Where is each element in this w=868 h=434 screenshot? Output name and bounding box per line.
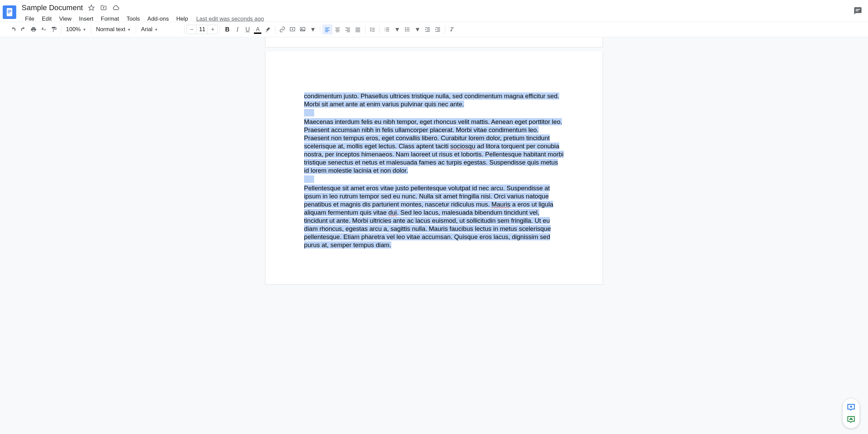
doc-icon [6, 7, 13, 17]
paragraph[interactable]: Pellentesque sit amet eros vitae justo p… [304, 184, 564, 249]
increase-indent-button[interactable] [433, 24, 443, 35]
insert-link-button[interactable] [277, 24, 287, 35]
spellcheck-button[interactable] [39, 24, 49, 35]
docs-logo[interactable] [3, 5, 16, 19]
menu-edit[interactable]: Edit [38, 14, 55, 24]
svg-rect-39 [436, 31, 440, 32]
menu-file[interactable]: File [22, 14, 38, 24]
document-canvas[interactable]: condimentum justo. Phasellus ultrices tr… [0, 37, 868, 434]
svg-rect-33 [427, 29, 430, 29]
svg-marker-4 [89, 5, 94, 10]
spelling-error[interactable]: dui [388, 209, 397, 216]
svg-rect-12 [325, 30, 330, 31]
svg-rect-35 [426, 31, 430, 32]
italic-button[interactable]: I [232, 24, 242, 35]
previous-page-edge [265, 37, 603, 47]
font-family-dropdown[interactable]: Arial ▼ [138, 24, 182, 35]
redo-button[interactable] [18, 24, 28, 35]
menu-tools[interactable]: Tools [123, 14, 144, 24]
document-page[interactable]: condimentum justo. Phasellus ultrices tr… [265, 51, 603, 285]
menu-addons[interactable]: Add-ons [144, 14, 172, 24]
move-to-folder-icon[interactable] [100, 4, 107, 12]
open-comments-icon[interactable] [853, 6, 863, 16]
menu-view[interactable]: View [56, 14, 75, 24]
svg-rect-23 [356, 29, 361, 30]
zoom-value: 100% [66, 26, 81, 33]
star-icon[interactable] [88, 4, 95, 12]
toolbar: 100% ▼ Normal text ▼ Arial ▼ − + B I U A [0, 22, 868, 37]
svg-rect-31 [407, 31, 410, 31]
page-content[interactable]: condimentum justo. Phasellus ultrices tr… [265, 51, 603, 284]
highlight-color-button[interactable] [263, 24, 273, 35]
clear-formatting-button[interactable] [447, 24, 457, 35]
bold-button[interactable]: B [222, 24, 232, 35]
bulleted-list-caret[interactable]: ▼ [412, 24, 422, 35]
menu-insert[interactable]: Insert [75, 14, 97, 24]
header-bar: Sample Document File Edit View Insert Fo… [0, 0, 868, 22]
font-size-increase[interactable]: + [208, 26, 217, 33]
svg-rect-14 [335, 28, 340, 28]
caret-down-icon: ▼ [127, 28, 131, 31]
font-size-decrease[interactable]: − [187, 26, 196, 33]
align-center-button[interactable] [332, 24, 343, 35]
align-left-button[interactable] [322, 24, 332, 35]
svg-rect-5 [856, 9, 860, 10]
svg-rect-36 [436, 27, 440, 28]
spelling-error[interactable]: Mauris [492, 201, 511, 208]
menu-bar: File Edit View Insert Format Tools Add-o… [22, 14, 863, 24]
title-area: Sample Document File Edit View Insert Fo… [22, 3, 863, 24]
align-right-button[interactable] [343, 24, 353, 35]
font-size-input[interactable] [196, 25, 208, 34]
underline-button[interactable]: U [242, 24, 253, 35]
svg-rect-24 [356, 30, 361, 31]
svg-rect-1 [8, 10, 12, 11]
undo-button[interactable] [8, 24, 18, 35]
align-justify-button[interactable] [353, 24, 363, 35]
selected-text[interactable]: condimentum justo. Phasellus ultrices tr… [304, 92, 559, 108]
text-color-button[interactable]: A [253, 24, 263, 35]
paragraph-style-value: Normal text [96, 26, 125, 33]
decrease-indent-button[interactable] [422, 24, 433, 35]
svg-rect-29 [407, 28, 410, 28]
svg-rect-30 [407, 29, 410, 30]
svg-rect-16 [335, 30, 340, 31]
last-edit-link[interactable]: Last edit was seconds ago [196, 16, 264, 22]
svg-rect-11 [325, 29, 328, 30]
cloud-status-icon[interactable] [112, 4, 120, 12]
insert-image-caret[interactable]: ▼ [308, 24, 318, 35]
svg-point-28 [405, 30, 406, 31]
svg-rect-18 [346, 28, 350, 28]
insert-image-button[interactable] [298, 24, 308, 35]
svg-rect-15 [336, 29, 339, 30]
spelling-error[interactable]: sociosqu [450, 143, 475, 150]
paragraph[interactable]: condimentum justo. Phasellus ultrices tr… [304, 92, 564, 108]
add-comment-fab[interactable] [845, 401, 857, 413]
print-button[interactable] [28, 24, 39, 35]
document-title[interactable]: Sample Document [22, 3, 83, 12]
add-comment-button[interactable] [287, 24, 298, 35]
svg-rect-38 [437, 30, 440, 31]
paragraph-style-dropdown[interactable]: Normal text ▼ [93, 24, 134, 35]
zoom-dropdown[interactable]: 100% ▼ [63, 24, 89, 35]
svg-point-27 [405, 29, 406, 30]
floating-actions [842, 398, 860, 429]
svg-rect-19 [347, 29, 350, 30]
menu-format[interactable]: Format [97, 14, 123, 24]
svg-rect-2 [8, 11, 12, 12]
svg-rect-37 [437, 29, 440, 29]
paragraph[interactable]: Maecenas interdum felis eu nibh tempor, … [304, 118, 564, 175]
numbered-list-caret[interactable]: ▼ [392, 24, 402, 35]
svg-rect-25 [356, 31, 361, 32]
selection-gap [304, 109, 314, 116]
suggest-edits-fab[interactable] [845, 413, 857, 426]
svg-rect-10 [325, 28, 330, 28]
paint-format-button[interactable] [49, 24, 59, 35]
caret-down-icon: ▼ [154, 28, 158, 31]
numbered-list-button[interactable] [382, 24, 392, 35]
bulleted-list-button[interactable] [402, 24, 412, 35]
svg-rect-6 [856, 10, 859, 11]
svg-rect-32 [426, 27, 430, 28]
menu-help[interactable]: Help [173, 14, 192, 24]
line-spacing-button[interactable] [367, 24, 377, 35]
svg-rect-34 [427, 30, 430, 31]
